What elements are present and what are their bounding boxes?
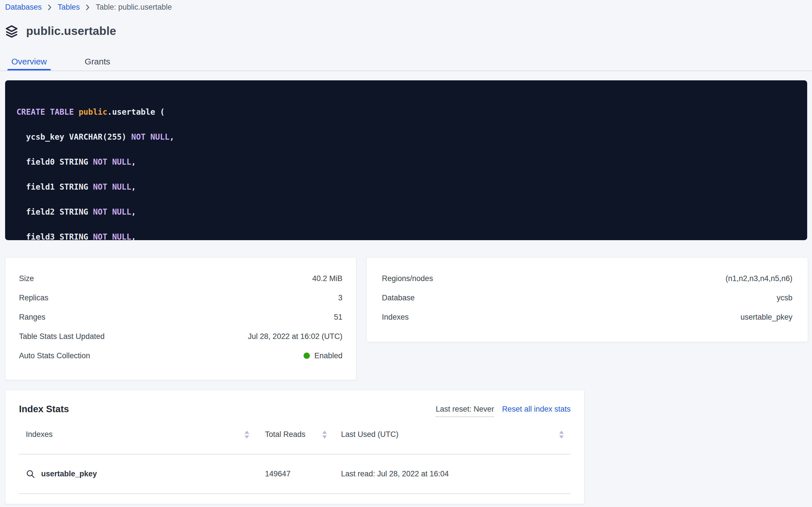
detail-label: Replicas: [19, 293, 49, 302]
index-stats-table-header: Indexes Total Reads Last Used (UTC): [19, 415, 571, 454]
detail-value: 40.2 MiB: [312, 274, 342, 283]
sort-icon: [559, 431, 564, 439]
breadcrumb-link-tables[interactable]: Tables: [58, 3, 80, 12]
tab-overview[interactable]: Overview: [7, 52, 51, 71]
detail-label: Size: [19, 274, 34, 283]
breadcrumb-current: Table: public.usertable: [96, 3, 172, 12]
column-header-indexes[interactable]: Indexes: [26, 430, 265, 439]
column-header-total-reads[interactable]: Total Reads: [265, 430, 341, 439]
sql-line: ycsb_key VARCHAR(255) NOT NULL,: [16, 131, 796, 144]
sql-line: field0 STRING NOT NULL,: [16, 156, 796, 168]
index-link-usertable-pkey[interactable]: usertable_pkey: [26, 469, 265, 479]
detail-label: Regions/nodes: [382, 274, 433, 283]
column-header-label: Last Used (UTC): [341, 430, 398, 439]
column-header-label: Indexes: [26, 430, 53, 439]
total-reads-value: 149647: [265, 469, 341, 478]
detail-row-database: Database ycsb: [382, 288, 793, 307]
detail-label: Table Stats Last Updated: [19, 332, 105, 341]
create-table-sql-box: CREATE TABLE public.usertable ( ycsb_key…: [5, 80, 807, 240]
tab-bar-divider: [0, 70, 812, 71]
index-name: usertable_pkey: [41, 469, 97, 478]
search-icon: [26, 469, 36, 479]
column-header-label: Total Reads: [265, 430, 306, 439]
layers-icon: [5, 24, 19, 38]
sort-icon: [322, 431, 327, 439]
sql-line: field2 STRING NOT NULL,: [16, 206, 796, 218]
table-details-card: Size 40.2 MiB Replicas 3 Ranges 51 Table…: [5, 257, 356, 380]
index-stats-header: Index Stats Last reset: Never Reset all …: [19, 390, 571, 415]
last-reset-label: Last reset: Never: [436, 405, 494, 417]
sql-line: CREATE TABLE public.usertable (: [16, 106, 796, 118]
status-badge: Enabled: [304, 351, 342, 360]
detail-value: 3: [338, 293, 342, 302]
sql-line: field3 STRING NOT NULL,: [16, 231, 796, 240]
detail-label: Indexes: [382, 313, 409, 322]
detail-row-regions: Regions/nodes (n1,n2,n3,n4,n5,n6): [382, 269, 793, 288]
last-used-value: Last read: Jul 28, 2022 at 16:04: [341, 469, 564, 478]
chevron-right-icon: [47, 4, 52, 11]
index-stats-title: Index Stats: [19, 404, 69, 414]
column-header-last-used[interactable]: Last Used (UTC): [341, 430, 564, 439]
status-dot-icon: [304, 352, 310, 359]
detail-label: Auto Stats Collection: [19, 351, 90, 360]
detail-row-ranges: Ranges 51: [19, 307, 342, 327]
table-metadata-card: Regions/nodes (n1,n2,n3,n4,n5,n6) Databa…: [366, 257, 808, 342]
detail-row-stats-updated: Table Stats Last Updated Jul 28, 2022 at…: [19, 327, 342, 346]
page-title: public.usertable: [26, 24, 116, 38]
detail-value: 51: [334, 313, 342, 322]
sort-icon: [245, 431, 249, 439]
tab-grants[interactable]: Grants: [81, 52, 114, 71]
detail-value: (n1,n2,n3,n4,n5,n6): [726, 274, 793, 283]
detail-row-auto-stats: Auto Stats Collection Enabled: [19, 346, 342, 365]
index-stats-actions: Last reset: Never Reset all index stats: [436, 405, 571, 417]
reset-index-stats-link[interactable]: Reset all index stats: [502, 405, 571, 413]
page-header: public.usertable: [5, 24, 116, 38]
detail-label: Ranges: [19, 313, 45, 322]
detail-value: Jul 28, 2022 at 16:02 (UTC): [248, 332, 342, 341]
detail-row-indexes: Indexes usertable_pkey: [382, 307, 793, 327]
breadcrumb: Databases Tables Table: public.usertable: [5, 3, 172, 12]
table-row: usertable_pkey 149647 Last read: Jul 28,…: [19, 454, 571, 494]
breadcrumb-link-databases[interactable]: Databases: [5, 3, 42, 12]
tab-bar: Overview Grants: [0, 52, 812, 71]
index-stats-card: Index Stats Last reset: Never Reset all …: [5, 390, 584, 504]
detail-row-replicas: Replicas 3: [19, 288, 342, 307]
detail-value: usertable_pkey: [741, 313, 793, 322]
detail-value: ycsb: [776, 293, 793, 302]
sql-line: field1 STRING NOT NULL,: [16, 181, 796, 193]
detail-row-size: Size 40.2 MiB: [19, 269, 342, 288]
detail-label: Database: [382, 293, 415, 302]
chevron-right-icon: [85, 4, 90, 11]
